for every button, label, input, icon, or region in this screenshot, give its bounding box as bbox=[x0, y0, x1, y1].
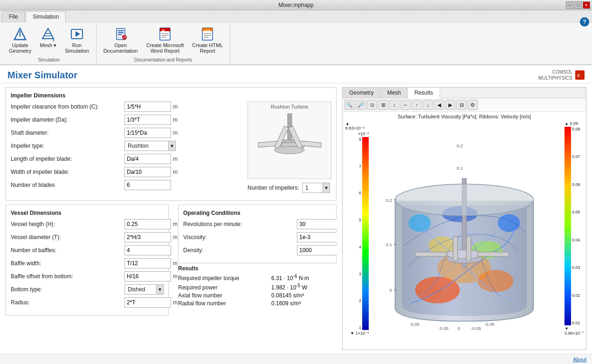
svg-text:HTML: HTML bbox=[204, 29, 212, 32]
cl-2: 2 bbox=[359, 298, 361, 303]
open-documentation-label: OpenDocumentation bbox=[103, 42, 138, 54]
blade-width-unit: m bbox=[173, 169, 187, 175]
viz-content: Surface: Turbulent Viscosity [Pa*s]; Rib… bbox=[343, 112, 586, 350]
impeller-area: Impeller clearance from bottom (C): m Im… bbox=[11, 102, 331, 196]
svg-text:0.05: 0.05 bbox=[411, 322, 420, 327]
blade-length-input[interactable] bbox=[124, 154, 171, 164]
about-bar: About bbox=[0, 354, 592, 364]
impeller-type-label: Impeller type: bbox=[11, 143, 123, 149]
baffle-offset-input[interactable] bbox=[124, 271, 171, 282]
power-row: Required power 1.982 · 10-5 W bbox=[178, 283, 337, 291]
axial-flow-row: Axial flow number 0.08145 s/m³ bbox=[178, 292, 337, 299]
vessel-height-input[interactable] bbox=[124, 219, 171, 229]
update-geometry-icon bbox=[13, 27, 28, 41]
density-row: Density: kg/m³ bbox=[183, 245, 331, 255]
cl-3: 3 bbox=[359, 272, 361, 276]
impeller-form: Impeller clearance from bottom (C): m Im… bbox=[11, 102, 238, 193]
file-tab[interactable]: File bbox=[2, 11, 25, 22]
num-baffles-input[interactable] bbox=[124, 245, 171, 255]
vessel-section: Vessel Dimensions Vessel heigth (H): m V… bbox=[6, 205, 169, 316]
cr-007: 0.07 bbox=[572, 154, 580, 159]
num-blades-input[interactable] bbox=[124, 180, 171, 190]
impeller-diameter-input[interactable] bbox=[124, 115, 171, 125]
results-section: Results Required impeller torque 6.31 · … bbox=[178, 265, 337, 307]
zoom-in-button[interactable]: 🔍 bbox=[344, 100, 355, 110]
settings-button[interactable]: ⚙ bbox=[468, 100, 478, 110]
radius-input[interactable] bbox=[124, 297, 171, 308]
svg-text:0.1: 0.1 bbox=[386, 242, 392, 247]
bottom-type-dropdown[interactable]: Dished ▾ bbox=[124, 284, 164, 295]
help-button[interactable]: ? bbox=[580, 17, 589, 27]
vessel-height-unit: m bbox=[173, 221, 178, 227]
viscosity-input[interactable] bbox=[297, 232, 337, 242]
impeller-type-row: Impeller type: Rushton ▾ bbox=[11, 141, 238, 151]
viz-tab-results[interactable]: Results bbox=[408, 88, 440, 98]
docs-group-label: Documentation and Reports bbox=[134, 57, 193, 63]
mesh-button[interactable]: ▾ Mesh ▾ bbox=[36, 24, 60, 51]
baffle-offset-row: Baffle offset from bottom: m bbox=[11, 271, 164, 282]
create-word-report-label: Create MicrosoftWord Report bbox=[146, 42, 184, 54]
num-impellers-dropdown[interactable]: 1 ▾ bbox=[302, 183, 330, 193]
blade-width-input[interactable] bbox=[124, 167, 171, 177]
colorscale-left-bar-area: 8 7 6 5 4 3 2 1 bbox=[359, 137, 369, 330]
toggle-grid-button[interactable]: ⊟ bbox=[456, 100, 467, 110]
up-button[interactable]: ↑ bbox=[412, 100, 422, 110]
zoom-out-button[interactable]: 🔎 bbox=[356, 100, 366, 110]
impeller-right: Rushton Turbine bbox=[248, 102, 331, 196]
shaft-diameter-input[interactable] bbox=[124, 128, 171, 138]
impeller-type-dropdown[interactable]: Rushton ▾ bbox=[124, 141, 176, 151]
mixer-3d-view: 0.2 0.1 0 bbox=[371, 124, 558, 345]
colorscale-left-prefix: ×10⁻³ bbox=[358, 131, 369, 136]
svg-point-49 bbox=[408, 214, 431, 232]
about-link[interactable]: About bbox=[573, 357, 586, 362]
num-baffles-row: Number of baffles: bbox=[11, 245, 164, 255]
right-button[interactable]: ▶ bbox=[445, 100, 455, 110]
viz-tab-mesh[interactable]: Mesh bbox=[381, 88, 408, 98]
svg-text:C: C bbox=[577, 73, 580, 78]
power-label: Required power bbox=[178, 284, 271, 291]
operating-section: Operating Conditions Revolutions per min… bbox=[178, 205, 337, 263]
right-panel: Geometry Mesh Results 🔍 🔎 ⊙ ⊞ ↕ ↔ ↑ ↓ ◀ … bbox=[342, 87, 586, 350]
rpm-input[interactable] bbox=[297, 219, 337, 229]
impeller-illustration bbox=[252, 111, 327, 177]
create-html-report-icon: HTML bbox=[200, 27, 215, 41]
minimize-button[interactable]: ─ bbox=[566, 1, 573, 9]
shaft-diameter-row: Shaft diameter: m bbox=[11, 128, 238, 138]
impeller-type-value: Rushton bbox=[125, 142, 168, 150]
update-geometry-button[interactable]: UpdateGeometry bbox=[6, 24, 34, 56]
vessel-diameter-input[interactable] bbox=[124, 232, 171, 242]
impeller-clearance-input[interactable] bbox=[124, 102, 171, 112]
open-documentation-button[interactable]: OpenDocumentation bbox=[100, 24, 141, 56]
viz-tab-geometry[interactable]: Geometry bbox=[343, 88, 381, 98]
ribbon: File Simulation ? UpdateGeometry bbox=[0, 10, 592, 65]
zoom-extents-button[interactable]: ⊙ bbox=[367, 100, 377, 110]
left-button[interactable]: ◀ bbox=[434, 100, 444, 110]
axial-flow-label: Axial flow number bbox=[178, 292, 271, 299]
down-button[interactable]: ↓ bbox=[423, 100, 433, 110]
zoom-selection-button[interactable]: ⊞ bbox=[378, 100, 388, 110]
baffle-width-input[interactable] bbox=[124, 258, 171, 268]
maximize-button[interactable]: □ bbox=[574, 1, 582, 9]
baffle-width-row: Baffle width: m bbox=[11, 258, 164, 268]
cr-002: 0.02 bbox=[572, 293, 580, 298]
close-button[interactable]: ✕ bbox=[583, 1, 590, 9]
operating-section-title: Operating Conditions bbox=[183, 210, 331, 216]
create-html-report-button[interactable]: HTML Create HTMLReport bbox=[189, 24, 226, 56]
run-simulation-label: RunSimulation bbox=[65, 42, 89, 54]
ribbon-tabs: File Simulation ? bbox=[0, 10, 592, 22]
ribbon-group-simulation: UpdateGeometry ▾ bbox=[2, 23, 96, 64]
svg-text:0.1: 0.1 bbox=[457, 165, 463, 171]
run-simulation-button[interactable]: RunSimulation bbox=[62, 24, 92, 56]
create-word-report-button[interactable]: W Create MicrosoftWord Report bbox=[143, 24, 187, 56]
simulation-tab[interactable]: Simulation bbox=[26, 11, 66, 22]
blade-length-row: Length of impeller blade: m bbox=[11, 154, 238, 164]
prev-button[interactable]: ↕ bbox=[389, 100, 399, 110]
simulation-group-label: Simulation bbox=[38, 57, 60, 63]
baffle-offset-unit: m bbox=[173, 273, 178, 280]
density-input[interactable] bbox=[297, 245, 337, 255]
impeller-diameter-row: Impeller diameter (Da): m bbox=[11, 115, 238, 125]
svg-rect-25 bbox=[204, 33, 211, 34]
svg-rect-58 bbox=[467, 236, 471, 261]
next-button[interactable]: ↔ bbox=[400, 100, 411, 110]
viz-subtitle: Surface: Turbulent Viscosity [Pa*s]; Rib… bbox=[398, 114, 531, 119]
